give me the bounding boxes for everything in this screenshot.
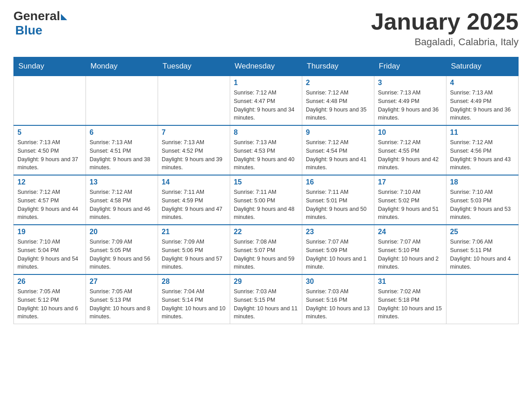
calendar-cell: 29Sunrise: 7:03 AM Sunset: 5:15 PM Dayli… [230, 274, 302, 324]
title-block: January 2025 Bagaladi, Calabria, Italy [371, 9, 519, 48]
day-number: 6 [90, 128, 154, 137]
day-info: Sunrise: 7:02 AM Sunset: 5:18 PM Dayligh… [378, 287, 442, 321]
day-number: 22 [234, 228, 298, 236]
calendar-cell: 27Sunrise: 7:05 AM Sunset: 5:13 PM Dayli… [86, 274, 158, 324]
month-title: January 2025 [371, 9, 519, 34]
day-info: Sunrise: 7:09 AM Sunset: 5:06 PM Dayligh… [162, 238, 226, 271]
day-info: Sunrise: 7:05 AM Sunset: 5:12 PM Dayligh… [17, 287, 82, 321]
day-number: 28 [162, 278, 226, 286]
calendar-cell: 24Sunrise: 7:07 AM Sunset: 5:10 PM Dayli… [374, 225, 446, 274]
calendar-cell: 21Sunrise: 7:09 AM Sunset: 5:06 PM Dayli… [158, 225, 230, 274]
day-number: 31 [378, 278, 442, 286]
calendar-cell: 7Sunrise: 7:13 AM Sunset: 4:52 PM Daylig… [158, 125, 230, 175]
calendar-cell: 4Sunrise: 7:13 AM Sunset: 4:49 PM Daylig… [446, 76, 519, 125]
day-info: Sunrise: 7:07 AM Sunset: 5:09 PM Dayligh… [306, 238, 370, 271]
day-info: Sunrise: 7:08 AM Sunset: 5:07 PM Dayligh… [234, 238, 298, 271]
day-number: 24 [378, 228, 442, 236]
weekday-header-row: SundayMondayTuesdayWednesdayThursdayFrid… [14, 57, 519, 76]
day-info: Sunrise: 7:10 AM Sunset: 5:02 PM Dayligh… [378, 188, 442, 222]
calendar-cell [446, 274, 519, 324]
weekday-header-sunday: Sunday [14, 57, 86, 76]
calendar-cell: 14Sunrise: 7:11 AM Sunset: 4:59 PM Dayli… [158, 175, 230, 225]
day-number: 26 [17, 278, 82, 286]
page-header: General Blue January 2025 Bagaladi, Cala… [13, 9, 519, 48]
day-info: Sunrise: 7:10 AM Sunset: 5:03 PM Dayligh… [450, 188, 515, 222]
logo: General Blue [13, 9, 67, 38]
logo-arrow-icon [61, 14, 67, 20]
day-number: 27 [90, 278, 154, 286]
day-number: 14 [162, 178, 226, 186]
day-number: 3 [378, 79, 442, 87]
day-number: 30 [306, 278, 370, 286]
weekday-header-monday: Monday [86, 57, 158, 76]
day-number: 23 [306, 228, 370, 236]
calendar-cell: 22Sunrise: 7:08 AM Sunset: 5:07 PM Dayli… [230, 225, 302, 274]
day-info: Sunrise: 7:13 AM Sunset: 4:51 PM Dayligh… [90, 138, 154, 172]
weekday-header-friday: Friday [374, 57, 446, 76]
day-info: Sunrise: 7:11 AM Sunset: 5:00 PM Dayligh… [234, 188, 298, 222]
day-info: Sunrise: 7:07 AM Sunset: 5:10 PM Dayligh… [378, 238, 442, 271]
day-info: Sunrise: 7:09 AM Sunset: 5:05 PM Dayligh… [90, 238, 154, 271]
calendar-cell: 23Sunrise: 7:07 AM Sunset: 5:09 PM Dayli… [302, 225, 374, 274]
calendar-cell [158, 76, 230, 125]
calendar-cell [14, 76, 86, 125]
day-info: Sunrise: 7:13 AM Sunset: 4:52 PM Dayligh… [162, 138, 226, 172]
calendar-cell: 2Sunrise: 7:12 AM Sunset: 4:48 PM Daylig… [302, 76, 374, 125]
day-number: 15 [234, 178, 298, 186]
day-info: Sunrise: 7:12 AM Sunset: 4:56 PM Dayligh… [450, 138, 515, 172]
calendar-cell [86, 76, 158, 125]
day-number: 25 [450, 228, 515, 236]
calendar-cell: 28Sunrise: 7:04 AM Sunset: 5:14 PM Dayli… [158, 274, 230, 324]
day-number: 10 [378, 128, 442, 137]
day-info: Sunrise: 7:12 AM Sunset: 4:58 PM Dayligh… [90, 188, 154, 222]
day-info: Sunrise: 7:06 AM Sunset: 5:11 PM Dayligh… [450, 238, 515, 271]
day-number: 13 [90, 178, 154, 186]
calendar-cell: 8Sunrise: 7:13 AM Sunset: 4:53 PM Daylig… [230, 125, 302, 175]
logo-general-text: General [13, 9, 60, 23]
calendar-cell: 5Sunrise: 7:13 AM Sunset: 4:50 PM Daylig… [14, 125, 86, 175]
day-info: Sunrise: 7:11 AM Sunset: 5:01 PM Dayligh… [306, 188, 370, 222]
weekday-header-thursday: Thursday [302, 57, 374, 76]
day-number: 7 [162, 128, 226, 137]
calendar-cell: 25Sunrise: 7:06 AM Sunset: 5:11 PM Dayli… [446, 225, 519, 274]
day-number: 18 [450, 178, 515, 186]
day-info: Sunrise: 7:13 AM Sunset: 4:49 PM Dayligh… [450, 89, 515, 122]
day-number: 5 [17, 128, 82, 137]
day-number: 8 [234, 128, 298, 137]
day-number: 1 [234, 79, 298, 87]
calendar-cell: 26Sunrise: 7:05 AM Sunset: 5:12 PM Dayli… [14, 274, 86, 324]
day-info: Sunrise: 7:11 AM Sunset: 4:59 PM Dayligh… [162, 188, 226, 222]
calendar-cell: 3Sunrise: 7:13 AM Sunset: 4:49 PM Daylig… [374, 76, 446, 125]
calendar-cell: 11Sunrise: 7:12 AM Sunset: 4:56 PM Dayli… [446, 125, 519, 175]
day-info: Sunrise: 7:12 AM Sunset: 4:55 PM Dayligh… [378, 138, 442, 172]
day-info: Sunrise: 7:10 AM Sunset: 5:04 PM Dayligh… [17, 238, 82, 271]
calendar-cell: 17Sunrise: 7:10 AM Sunset: 5:02 PM Dayli… [374, 175, 446, 225]
day-number: 12 [17, 178, 82, 186]
day-number: 19 [17, 228, 82, 236]
day-info: Sunrise: 7:12 AM Sunset: 4:48 PM Dayligh… [306, 89, 370, 122]
day-number: 20 [90, 228, 154, 236]
calendar-cell: 1Sunrise: 7:12 AM Sunset: 4:47 PM Daylig… [230, 76, 302, 125]
day-number: 4 [450, 79, 515, 87]
day-info: Sunrise: 7:13 AM Sunset: 4:50 PM Dayligh… [17, 138, 82, 172]
weekday-header-wednesday: Wednesday [230, 57, 302, 76]
calendar-cell: 15Sunrise: 7:11 AM Sunset: 5:00 PM Dayli… [230, 175, 302, 225]
day-info: Sunrise: 7:03 AM Sunset: 5:16 PM Dayligh… [306, 287, 370, 321]
week-row-1: 1Sunrise: 7:12 AM Sunset: 4:47 PM Daylig… [14, 76, 519, 125]
day-number: 16 [306, 178, 370, 186]
calendar-cell: 16Sunrise: 7:11 AM Sunset: 5:01 PM Dayli… [302, 175, 374, 225]
day-info: Sunrise: 7:05 AM Sunset: 5:13 PM Dayligh… [90, 287, 154, 321]
logo-blue-text: Blue [15, 23, 43, 38]
day-info: Sunrise: 7:13 AM Sunset: 4:49 PM Dayligh… [378, 89, 442, 122]
day-number: 21 [162, 228, 226, 236]
calendar-cell: 12Sunrise: 7:12 AM Sunset: 4:57 PM Dayli… [14, 175, 86, 225]
calendar-cell: 9Sunrise: 7:12 AM Sunset: 4:54 PM Daylig… [302, 125, 374, 175]
day-info: Sunrise: 7:13 AM Sunset: 4:53 PM Dayligh… [234, 138, 298, 172]
day-info: Sunrise: 7:12 AM Sunset: 4:54 PM Dayligh… [306, 138, 370, 172]
day-number: 9 [306, 128, 370, 137]
day-number: 17 [378, 178, 442, 186]
weekday-header-tuesday: Tuesday [158, 57, 230, 76]
week-row-3: 12Sunrise: 7:12 AM Sunset: 4:57 PM Dayli… [14, 175, 519, 225]
calendar-cell: 30Sunrise: 7:03 AM Sunset: 5:16 PM Dayli… [302, 274, 374, 324]
calendar-cell: 20Sunrise: 7:09 AM Sunset: 5:05 PM Dayli… [86, 225, 158, 274]
